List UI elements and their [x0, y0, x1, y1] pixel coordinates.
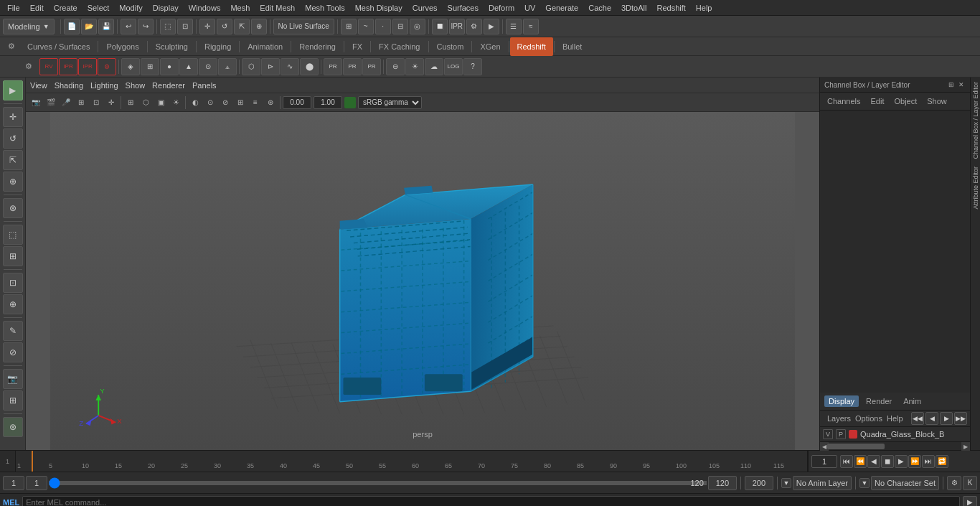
layer-tab-display[interactable]: Display [824, 395, 859, 407]
char-set-settings-btn[interactable]: ⚙ [947, 476, 961, 490]
menu-uv[interactable]: UV [520, 2, 540, 14]
tab-animation[interactable]: Animation [240, 37, 290, 56]
duplicate-tool[interactable]: ⊕ [3, 294, 23, 314]
layers-arrow-btn3[interactable]: ▶ [940, 412, 953, 425]
layers-arrow-btn4[interactable]: ▶▶ [954, 412, 967, 425]
move-tool-btn[interactable]: ✛ [199, 19, 215, 34]
new-file-btn[interactable]: 📄 [64, 19, 80, 34]
menu-cache[interactable]: Cache [584, 2, 616, 14]
step-forward-btn[interactable]: ⏩ [908, 455, 921, 468]
rs-cone-btn[interactable]: ▲ [179, 58, 198, 75]
mel-submit-btn[interactable]: ▶ [963, 496, 977, 507]
menu-create[interactable]: Create [50, 2, 82, 14]
no-live-surface-btn[interactable]: No Live Surface [273, 19, 334, 34]
layer-playback-btn[interactable]: P [836, 429, 846, 439]
tab-rigging[interactable]: Rigging [197, 37, 238, 56]
tab-redshift[interactable]: Redshift [510, 37, 553, 56]
vp-texture-btn[interactable]: ▣ [154, 95, 168, 110]
vp-xray-btn[interactable]: ⊙ [203, 95, 217, 110]
anim-curve-btn[interactable]: ≈ [523, 19, 539, 34]
vp-shadow-btn[interactable]: ◐ [188, 95, 202, 110]
tab-fx-caching[interactable]: FX Caching [372, 37, 427, 56]
mel-input-field[interactable] [22, 496, 960, 507]
layers-arrow-btn1[interactable]: ◀◀ [911, 412, 924, 425]
vp-lighting[interactable]: Lighting [90, 81, 118, 90]
select-tool[interactable]: ▶ [3, 80, 23, 100]
layer-scrollbar-h[interactable]: ◀ ▶ [820, 441, 970, 450]
loop-btn[interactable]: 🔁 [936, 455, 948, 468]
tab-settings-btn[interactable]: ⚙ [3, 38, 20, 55]
rs-pr-icon3[interactable]: PR [362, 58, 381, 75]
play-forward-btn[interactable]: ▶ [895, 455, 908, 468]
rs-cube-btn[interactable]: ⬡ [242, 58, 260, 75]
undo-btn[interactable]: ↩ [121, 19, 136, 34]
layer-color-swatch[interactable] [849, 430, 857, 439]
tab-bullet[interactable]: Bullet [555, 37, 590, 56]
range-end-input1[interactable] [708, 476, 737, 490]
menu-select[interactable]: Select [83, 2, 114, 14]
layer-visible-btn[interactable]: V [823, 429, 833, 439]
menu-help[interactable]: Help [692, 2, 717, 14]
snap-view-btn[interactable]: ⊟ [392, 19, 408, 34]
rs-ball-btn[interactable]: ⬤ [300, 58, 319, 75]
char-set-dropdown[interactable]: No Character Set [871, 476, 939, 490]
layer-tab-anim[interactable]: Anim [899, 395, 925, 407]
frame-slider[interactable] [49, 481, 707, 485]
scale-tool[interactable]: ⇱ [3, 150, 23, 170]
vp-move-btn[interactable]: ✛ [104, 95, 118, 110]
vp-select-btn[interactable]: ⊡ [89, 95, 103, 110]
menu-deform[interactable]: Deform [484, 2, 519, 14]
scrollbar-thumb[interactable] [827, 444, 885, 449]
chan-tab-edit[interactable]: Edit [867, 95, 887, 107]
tab-curves-surfaces[interactable]: Curves / Surfaces [20, 37, 97, 56]
sidebar-attribute-editor-tab[interactable]: Attribute Editor [971, 164, 981, 212]
frame-field-left[interactable] [26, 476, 47, 490]
char-set-arrow[interactable]: ▼ [859, 478, 870, 488]
rs-torus-btn[interactable]: ⊙ [199, 58, 217, 75]
layers-arrow-btn2[interactable]: ◀ [925, 412, 938, 425]
menu-modify[interactable]: Modify [115, 2, 146, 14]
redo-btn[interactable]: ↪ [138, 19, 154, 34]
vp-scale-input[interactable] [314, 96, 342, 109]
vp-grid-btn[interactable]: ⊞ [233, 95, 248, 110]
rs-icon-rv[interactable]: RV [39, 58, 58, 75]
snap-grid-btn[interactable]: ⊞ [341, 19, 357, 34]
menu-windows[interactable]: Windows [184, 2, 225, 14]
vp-show[interactable]: Show [126, 81, 146, 90]
panel-float-btn[interactable]: ⊞ [947, 80, 956, 89]
step-back-btn[interactable]: ⏪ [854, 455, 867, 468]
rs-plate-btn[interactable]: ⊖ [386, 58, 405, 75]
scrollbar-right-arrow[interactable]: ▶ [961, 442, 970, 451]
vp-outline-btn[interactable]: ⊘ [218, 95, 232, 110]
vp-renderer[interactable]: Renderer [152, 81, 185, 90]
time-ruler[interactable]: 1 5 10 15 20 25 30 35 40 45 50 55 60 65 … [16, 451, 808, 472]
viewport[interactable]: View Shading Lighting Show Renderer Pane… [26, 78, 819, 450]
render-settings-btn[interactable]: ⚙ [466, 19, 482, 34]
rs-light-btn[interactable]: ☀ [405, 58, 424, 75]
lasso-tool-btn[interactable]: ⊡ [177, 19, 193, 34]
rs-icon-settings[interactable]: ⚙ [98, 58, 116, 75]
menu-curves[interactable]: Curves [408, 2, 442, 14]
vp-wire-btn[interactable]: ⊞ [123, 95, 138, 110]
open-file-btn[interactable]: 📂 [81, 19, 97, 34]
scale-tool-btn[interactable]: ⇱ [234, 19, 250, 34]
rs-material-btn[interactable]: ◈ [121, 58, 140, 75]
skip-end-btn[interactable]: ⏭ [922, 455, 935, 468]
play-back-btn[interactable]: ◀ [867, 455, 880, 468]
vp-shaded-btn[interactable]: ⬡ [138, 95, 153, 110]
menu-3dtoall[interactable]: 3DtoAll [617, 2, 651, 14]
vp-view[interactable]: View [30, 81, 47, 90]
display-layer-btn[interactable]: ☰ [506, 19, 522, 34]
vp-snap-btn[interactable]: ⊞ [74, 95, 88, 110]
tab-rendering[interactable]: Rendering [292, 37, 343, 56]
snap-point-btn[interactable]: · [375, 19, 391, 34]
rs-grid-btn[interactable]: ⊞ [141, 58, 159, 75]
vp-film-btn[interactable]: 🎬 [44, 95, 58, 110]
rs-icon-ipr2[interactable]: IPR [78, 58, 97, 75]
ipr-btn[interactable]: IPR [449, 19, 465, 34]
tab-fx[interactable]: FX [345, 37, 369, 56]
tab-xgen[interactable]: XGen [473, 37, 507, 56]
workspace-dropdown[interactable]: Modeling ▼ [3, 19, 55, 34]
pivot-tool[interactable]: ⊡ [3, 273, 23, 293]
rotate-tool-btn[interactable]: ↺ [217, 19, 232, 34]
